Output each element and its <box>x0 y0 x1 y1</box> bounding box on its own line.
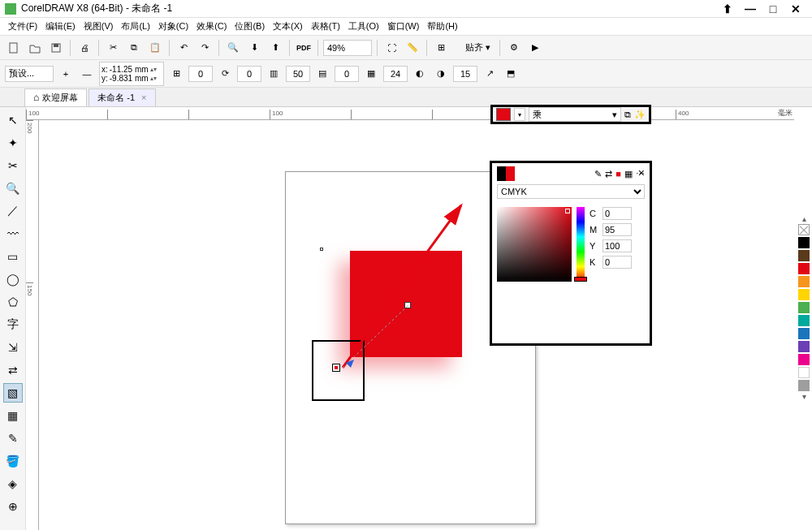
connector-tool[interactable]: ⇄ <box>3 360 23 380</box>
crop-tool[interactable]: ✂ <box>3 156 23 175</box>
palette-swatch[interactable] <box>798 328 810 339</box>
outline-tool[interactable]: ◈ <box>3 474 23 493</box>
pdf-button[interactable]: PDF <box>295 39 313 57</box>
menu-window[interactable]: 窗口(W) <box>384 19 423 34</box>
zoom-input[interactable] <box>323 40 372 56</box>
palette-swatch[interactable] <box>798 341 810 352</box>
palette-swatch[interactable] <box>798 354 810 365</box>
print-button[interactable]: 🖨 <box>76 39 93 57</box>
dimension-tool[interactable]: ⇲ <box>3 338 23 357</box>
menu-help[interactable]: 帮助(H) <box>424 19 460 34</box>
blur-icon-b[interactable]: ◑ <box>432 65 450 83</box>
drawing-canvas[interactable] <box>39 120 794 530</box>
inside-icon[interactable]: ⬒ <box>502 65 520 83</box>
menu-tools[interactable]: 工具(O) <box>345 19 382 34</box>
paste-button[interactable]: 📋 <box>146 39 164 57</box>
open-button[interactable] <box>26 39 44 57</box>
zoom-tool[interactable]: 🔍 <box>3 179 23 198</box>
y-input[interactable] <box>603 239 632 252</box>
blur-icon-a[interactable]: ◐ <box>411 65 429 83</box>
artistic-tool[interactable]: 〰 <box>3 224 23 243</box>
palette-swatch[interactable] <box>798 302 810 313</box>
minimize-button[interactable]: — <box>739 2 762 16</box>
color-gradient-picker[interactable] <box>497 207 572 282</box>
angle-input[interactable]: 0 <box>188 66 213 82</box>
launch-button[interactable]: ▶ <box>526 39 544 57</box>
palette-swatch[interactable] <box>798 289 810 300</box>
shadow-end-handle[interactable] <box>404 302 411 308</box>
panel-close-button[interactable]: × <box>638 166 645 179</box>
cut-button[interactable]: ✂ <box>104 39 122 57</box>
menu-file[interactable]: 文件(F) <box>5 19 41 34</box>
palette-view-icon[interactable]: ▦ <box>624 169 633 179</box>
palette-swatch[interactable] <box>798 237 810 248</box>
copy-button[interactable]: ⧉ <box>125 39 143 57</box>
palette-swatch[interactable] <box>798 276 810 287</box>
palette-swatch[interactable] <box>798 315 810 326</box>
m-input[interactable] <box>603 223 632 236</box>
ext-icon[interactable]: ⬆ <box>716 2 739 16</box>
paste-special[interactable]: 贴齐 ▾ <box>461 39 495 57</box>
export-button[interactable]: ⬆ <box>266 39 284 57</box>
polygon-tool[interactable]: ⬠ <box>3 292 23 312</box>
shadow-start-handle[interactable] <box>332 364 340 372</box>
remove-preset[interactable]: — <box>78 65 96 83</box>
no-color-swatch[interactable] <box>798 224 810 235</box>
options-button[interactable]: ⚙ <box>505 39 523 57</box>
blend-mode-dropdown[interactable]: 乘▾ <box>529 107 621 122</box>
freehand-tool[interactable]: ／ <box>3 201 23 221</box>
text-tool[interactable]: 字 <box>3 315 23 334</box>
expand-button[interactable]: ⊕ <box>3 497 23 516</box>
undo-button[interactable]: ↶ <box>175 39 192 57</box>
fill-tool[interactable]: 🪣 <box>3 451 23 471</box>
clear-shadow-button[interactable]: ✨ <box>634 110 646 120</box>
menu-edit[interactable]: 编辑(E) <box>42 19 79 34</box>
checker-icon[interactable]: ▦ <box>362 65 380 83</box>
eyedropper-tool[interactable]: ✎ <box>3 429 23 448</box>
pick-tool[interactable]: ↖ <box>3 110 23 130</box>
search-button[interactable]: 🔍 <box>224 39 242 57</box>
ruler-toggle[interactable]: 📏 <box>404 39 421 57</box>
import-button[interactable]: ⬇ <box>245 39 263 57</box>
rectangle-tool[interactable]: ▭ <box>3 247 23 266</box>
palette-up[interactable]: ▴ <box>796 214 812 223</box>
palette-swatch[interactable] <box>798 263 810 274</box>
menu-text[interactable]: 文本(X) <box>270 19 306 34</box>
num-c[interactable]: 0 <box>335 66 359 82</box>
menu-layout[interactable]: 布局(L) <box>118 19 153 34</box>
palette-swatch[interactable] <box>798 367 810 378</box>
palette-swatch[interactable] <box>798 380 810 391</box>
trans-b[interactable]: 15 <box>453 66 477 82</box>
menu-object[interactable]: 对象(C) <box>155 19 192 34</box>
menu-effect[interactable]: 效果(C) <box>193 19 230 34</box>
shadow-color-dropdown[interactable]: ▾ <box>514 108 525 121</box>
palette-down[interactable]: ▾ <box>796 392 812 401</box>
copy-shadow-button[interactable]: ⧉ <box>624 110 631 120</box>
sliders-icon[interactable]: ⇄ <box>605 169 612 179</box>
num-b[interactable]: 50 <box>286 66 310 82</box>
hue-slider[interactable] <box>577 207 585 282</box>
palette-swatch[interactable] <box>798 250 810 261</box>
preset-dropdown[interactable] <box>5 66 54 82</box>
num-a[interactable]: 0 <box>237 66 261 82</box>
close-button[interactable]: ✕ <box>784 2 807 16</box>
tab-close-icon[interactable]: × <box>141 93 146 102</box>
menu-view[interactable]: 视图(V) <box>80 19 117 34</box>
trans-a[interactable]: 24 <box>383 66 408 82</box>
add-preset[interactable]: + <box>57 65 75 83</box>
maximize-button[interactable]: □ <box>762 2 784 16</box>
save-button[interactable] <box>47 39 65 57</box>
position-box[interactable]: x:-11.25 mm▴▾ y:-9.831 mm▴▾ <box>99 62 164 86</box>
anchor-grid[interactable]: ⊞ <box>167 65 185 83</box>
tab-document[interactable]: 未命名 -1 × <box>89 88 155 106</box>
c-input[interactable] <box>603 207 632 220</box>
shape-tool[interactable]: ✦ <box>3 133 23 153</box>
eyedropper-icon[interactable]: ✎ <box>594 169 602 179</box>
ellipse-tool[interactable]: ◯ <box>3 269 23 289</box>
k-input[interactable] <box>603 256 632 269</box>
new-button[interactable] <box>5 39 23 57</box>
dropshadow-tool[interactable]: ▧ <box>3 383 23 403</box>
direction-icon[interactable]: ↗ <box>481 65 499 83</box>
swatch-view-icon[interactable]: ■ <box>615 169 621 179</box>
color-model-dropdown[interactable]: CMYK <box>497 184 645 199</box>
